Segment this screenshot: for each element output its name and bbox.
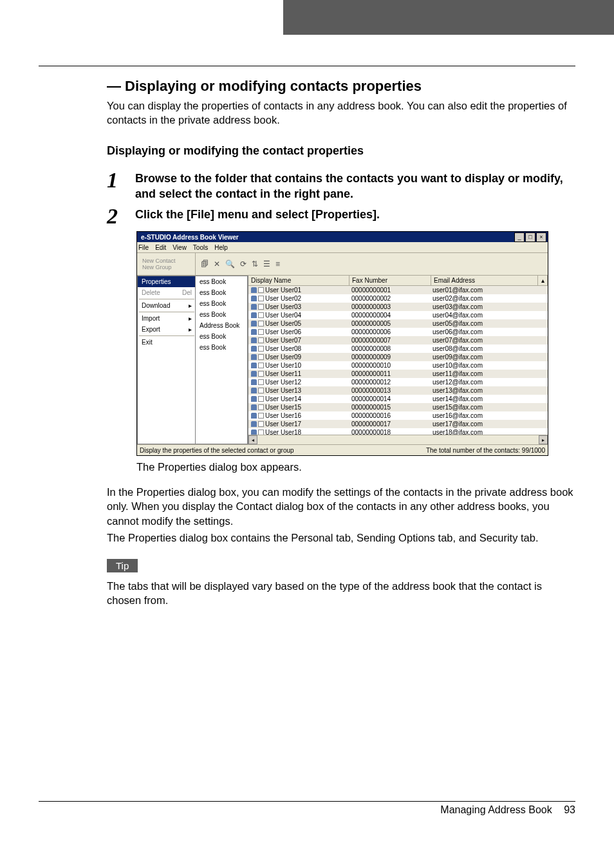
scroll-right-button[interactable]: ▸ bbox=[539, 435, 548, 444]
toolbar-left: New Contact New Group bbox=[137, 253, 196, 275]
table-row[interactable]: User User1300000000013user13@ifax.com bbox=[248, 386, 548, 395]
table-row[interactable]: User User0200000000002user02@ifax.com bbox=[248, 294, 548, 303]
person-icon bbox=[251, 388, 257, 393]
menu-view[interactable]: View bbox=[172, 244, 187, 251]
table-row[interactable]: User User0400000000004user04@ifax.com bbox=[248, 311, 548, 319]
cell-display-name: User User11 bbox=[248, 370, 349, 377]
table-row[interactable]: User User0100000000001user01@ifax.com bbox=[248, 286, 548, 294]
menu-help[interactable]: Help bbox=[214, 244, 228, 251]
mail-icon bbox=[258, 396, 264, 402]
table-row[interactable]: User User0300000000003user03@ifax.com bbox=[248, 303, 548, 311]
submenu-item[interactable]: ess Book bbox=[196, 331, 247, 342]
submenu-item[interactable]: ess Book bbox=[196, 287, 247, 298]
scroll-up-button[interactable]: ▴ bbox=[538, 276, 548, 285]
table-row[interactable]: User User0800000000008user08@ifax.com bbox=[248, 344, 548, 353]
cell-display-name: User User16 bbox=[248, 412, 349, 419]
find-icon[interactable]: 🔍 bbox=[225, 259, 235, 269]
close-button[interactable]: × bbox=[536, 232, 546, 242]
menu-item-import[interactable]: Import▸ bbox=[138, 313, 196, 324]
table-row[interactable]: User User0700000000007user07@ifax.com bbox=[248, 336, 548, 344]
display-name-text: User User12 bbox=[265, 379, 301, 386]
properties-icon[interactable]: 🗐 bbox=[201, 259, 209, 269]
step-text: Browse to the folder that contains the c… bbox=[135, 169, 575, 202]
sync-icon[interactable]: ⇅ bbox=[252, 259, 258, 269]
cell-fax-number: 00000000004 bbox=[349, 312, 430, 319]
submenu-item[interactable]: ess Book bbox=[196, 298, 247, 309]
table-row[interactable]: User User1200000000012user12@ifax.com bbox=[248, 378, 548, 386]
menu-item-export[interactable]: Export▸ bbox=[138, 324, 196, 335]
header-bar bbox=[283, 0, 614, 35]
cell-email: user15@ifax.com bbox=[430, 404, 534, 411]
submenu-item[interactable]: Address Book bbox=[196, 320, 247, 331]
menu-item-delete: DeleteDel bbox=[138, 287, 196, 298]
maximize-button[interactable]: □ bbox=[525, 232, 535, 242]
minimize-button[interactable]: _ bbox=[514, 232, 525, 242]
submenu-item[interactable]: ess Book bbox=[196, 342, 247, 353]
table-row[interactable]: User User1600000000016user16@ifax.com bbox=[248, 411, 548, 420]
person-icon bbox=[251, 296, 257, 301]
table-row[interactable]: User User1700000000017user17@ifax.com bbox=[248, 420, 548, 428]
cell-display-name: User User18 bbox=[248, 429, 349, 435]
footer: Managing Address Book 93 bbox=[39, 804, 575, 816]
table-row[interactable]: User User0600000000006user06@ifax.com bbox=[248, 328, 548, 336]
menu-separator bbox=[139, 335, 194, 336]
mail-icon bbox=[258, 312, 264, 318]
table-row[interactable]: User User1500000000015user15@ifax.com bbox=[248, 403, 548, 411]
mail-icon bbox=[258, 371, 264, 377]
col-display-name[interactable]: Display Name bbox=[248, 276, 349, 285]
scroll-left-button[interactable]: ◂ bbox=[248, 435, 257, 444]
cell-display-name: User User15 bbox=[248, 404, 349, 411]
refresh-icon[interactable]: ⟳ bbox=[240, 259, 247, 269]
display-name-text: User User01 bbox=[265, 287, 301, 294]
view-icon-2[interactable]: ≡ bbox=[275, 259, 280, 269]
cell-email: user10@ifax.com bbox=[430, 362, 534, 369]
table-row[interactable]: User User0900000000009user09@ifax.com bbox=[248, 353, 548, 361]
menu-item-download[interactable]: Download▸ bbox=[138, 300, 196, 311]
table-row[interactable]: User User1100000000011user11@ifax.com bbox=[248, 370, 548, 378]
menu-tools[interactable]: Tools bbox=[193, 244, 208, 251]
menu-separator bbox=[139, 299, 194, 299]
cell-fax-number: 00000000010 bbox=[349, 362, 430, 369]
table-row[interactable]: User User1000000000010user10@ifax.com bbox=[248, 361, 548, 370]
display-name-text: User User14 bbox=[265, 395, 301, 402]
person-icon bbox=[251, 346, 257, 352]
horizontal-scrollbar[interactable]: ◂ ▸ bbox=[248, 435, 548, 444]
cell-email: user05@ifax.com bbox=[430, 320, 534, 327]
window-title: e-STUDIO Address Book Viewer bbox=[138, 234, 514, 241]
cell-fax-number: 00000000018 bbox=[349, 429, 430, 435]
display-name-text: User User09 bbox=[265, 354, 301, 361]
cell-email: user09@ifax.com bbox=[430, 354, 534, 361]
cell-display-name: User User04 bbox=[248, 312, 349, 319]
scrollbar-track[interactable] bbox=[257, 435, 539, 444]
person-icon bbox=[251, 379, 257, 385]
delete-icon[interactable]: ✕ bbox=[214, 259, 220, 269]
section-heading: — Displaying or modifying contacts prope… bbox=[107, 78, 575, 95]
chevron-right-icon: ▸ bbox=[189, 315, 192, 322]
cell-fax-number: 00000000011 bbox=[349, 370, 430, 377]
step-number: 2 bbox=[107, 205, 135, 227]
mail-icon bbox=[258, 296, 264, 301]
table-row[interactable]: User User1800000000018user18@ifax.com bbox=[248, 428, 548, 435]
body-paragraph-1: In the Properties dialog box, you can mo… bbox=[107, 485, 575, 528]
view-icon-1[interactable]: ☰ bbox=[263, 259, 270, 269]
table-row[interactable]: User User1400000000014user14@ifax.com bbox=[248, 395, 548, 403]
person-icon bbox=[251, 429, 257, 435]
submenu-item[interactable]: ess Book bbox=[196, 276, 247, 287]
cell-email: user07@ifax.com bbox=[430, 337, 534, 344]
menu-edit[interactable]: Edit bbox=[155, 244, 166, 251]
list-rows: User User0100000000001user01@ifax.comUse… bbox=[248, 286, 548, 435]
menu-item-exit[interactable]: Exit bbox=[138, 337, 196, 348]
body-paragraph-2: The Properties dialog box contains the P… bbox=[107, 531, 575, 545]
display-name-text: User User16 bbox=[265, 412, 301, 419]
person-icon bbox=[251, 404, 257, 410]
col-email-address[interactable]: Email Address bbox=[431, 276, 538, 285]
menu-item-properties[interactable]: Properties bbox=[138, 276, 196, 287]
submenu-item[interactable]: ess Book bbox=[196, 309, 247, 320]
person-icon bbox=[251, 337, 257, 343]
menu-file[interactable]: File bbox=[138, 244, 149, 251]
table-row[interactable]: User User0500000000005user05@ifax.com bbox=[248, 319, 548, 328]
mail-icon bbox=[258, 304, 264, 310]
col-fax-number[interactable]: Fax Number bbox=[349, 276, 431, 285]
subsection-heading: Displaying or modifying the contact prop… bbox=[107, 144, 575, 158]
display-name-text: User User18 bbox=[265, 429, 301, 435]
